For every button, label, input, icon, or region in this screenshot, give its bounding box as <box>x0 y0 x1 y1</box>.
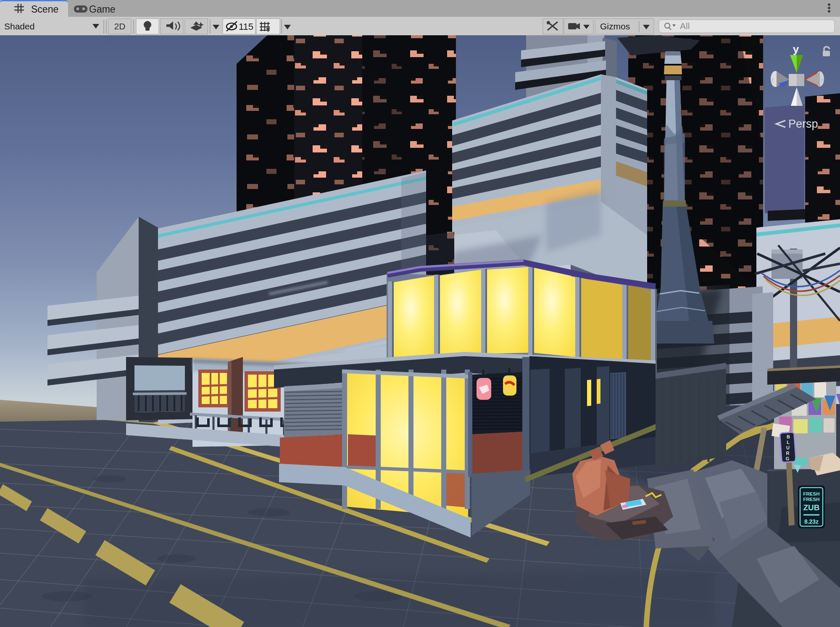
svg-text:z: z <box>771 76 774 84</box>
svg-text:8.23z: 8.23z <box>804 518 819 525</box>
svg-text:Scene: Scene <box>31 4 58 15</box>
svg-text:U: U <box>786 445 790 450</box>
svg-text:B: B <box>787 434 790 439</box>
svg-text:Gizmos: Gizmos <box>600 21 630 31</box>
svg-text:G: G <box>786 456 790 461</box>
svg-text:2D: 2D <box>114 21 126 31</box>
svg-text:Y: Y <box>266 26 270 33</box>
svg-text:ZUB: ZUB <box>803 503 819 512</box>
svg-text:Shaded: Shaded <box>4 21 34 31</box>
svg-text:Game: Game <box>89 4 116 15</box>
svg-text:115: 115 <box>239 21 253 32</box>
svg-text:R: R <box>786 451 790 456</box>
svg-text:All: All <box>680 21 690 31</box>
svg-text:FRESH: FRESH <box>803 497 820 502</box>
svg-text:FRESH: FRESH <box>803 491 820 496</box>
svg-text:Persp: Persp <box>788 118 818 130</box>
svg-text:x: x <box>821 76 824 84</box>
svg-text:y: y <box>793 43 799 55</box>
svg-text:L: L <box>787 440 790 445</box>
